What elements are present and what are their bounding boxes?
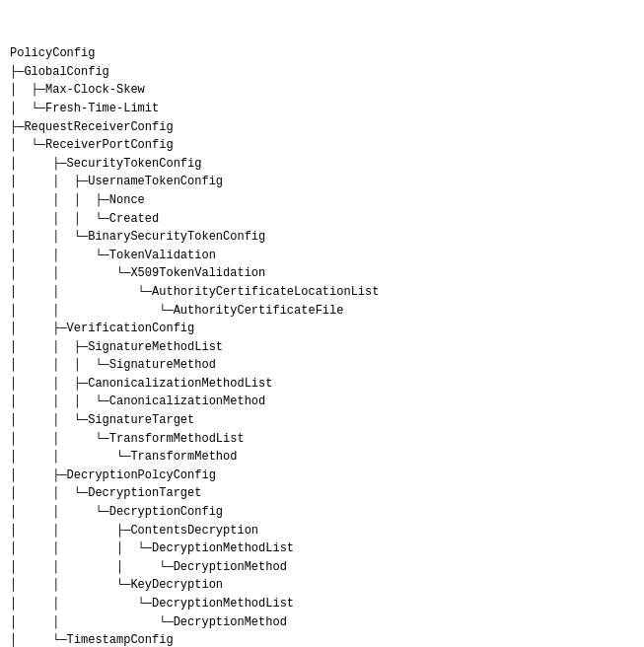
tree-line: │ ├─DecryptionPolcyConfig [10,467,634,485]
tree-line: │ ├─SecurityTokenConfig [10,155,634,174]
tree-line: │ │ │ └─CanonicalizationMethod [10,393,634,411]
tree-line: │ │ └─TokenValidation [10,247,634,265]
tree-line: │ │ └─AuthorityCertificateFile [10,302,634,321]
tree-line: │ ├─VerificationConfig [10,320,634,338]
tree-line: │ ├─Max-Clock-Skew [10,81,634,100]
tree-line: │ │ └─BinarySecurityTokenConfig [10,228,634,247]
tree-line: │ │ └─SignatureTarget [10,411,634,430]
tree-line: │ │ └─TransformMethod [10,448,634,467]
tree-line: │ └─ReceiverPortConfig [10,136,634,155]
tree-line: │ │ ├─CanonicalizationMethodList [10,375,634,394]
tree-view: PolicyConfig├─GlobalConfig│ ├─Max-Clock-… [10,8,634,647]
tree-line: │ │ └─DecryptionMethod [10,613,634,632]
tree-line: │ │ └─DecryptionMethodList [10,595,634,613]
tree-line: │ │ └─AuthorityCertificateLocationList [10,283,634,302]
tree-line: │ └─Fresh-Time-Limit [10,100,634,118]
tree-line: │ │ │ └─DecryptionMethod [10,558,634,577]
tree-line: │ │ │ ├─Nonce [10,191,634,210]
tree-line: │ │ │ └─Created [10,210,634,229]
tree-line: │ └─TimestampConfig [10,631,634,647]
tree-line: │ │ └─DecryptionTarget [10,484,634,503]
tree-line: │ │ │ └─SignatureMethod [10,356,634,375]
tree-line: │ │ └─KeyDecryption [10,576,634,595]
tree-line: │ │ ├─ContentsDecryption [10,522,634,540]
tree-line: │ │ ├─UsernameTokenConfig [10,173,634,191]
tree-line: ├─RequestReceiverConfig [10,118,634,137]
tree-line: │ │ └─DecryptionConfig [10,503,634,522]
tree-line: │ │ └─X509TokenValidation [10,264,634,283]
tree-line: PolicyConfig [10,44,634,63]
tree-line: │ │ │ └─DecryptionMethodList [10,539,634,558]
tree-line: │ │ └─TransformMethodList [10,430,634,449]
tree-line: ├─GlobalConfig [10,63,634,82]
tree-line: │ │ ├─SignatureMethodList [10,338,634,357]
